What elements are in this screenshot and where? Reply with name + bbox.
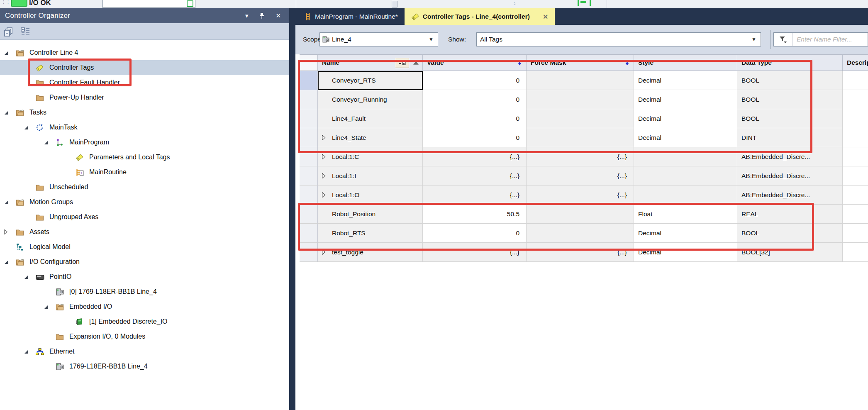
tab-controller-tags-line-4-controller[interactable]: Controller Tags - Line_4(controller)✕ bbox=[405, 8, 555, 25]
tag-data-type-cell[interactable]: BOOL bbox=[737, 90, 843, 109]
tag-name-cell[interactable]: Robot_Position bbox=[318, 205, 423, 224]
tag-style-cell[interactable] bbox=[634, 147, 737, 166]
tag-name-cell[interactable]: Local:1:C bbox=[318, 147, 423, 166]
tree-item-parameters-and-local-tags[interactable]: Parameters and Local Tags bbox=[0, 150, 289, 165]
expand-icon[interactable] bbox=[322, 192, 326, 198]
tag-description-cell[interactable] bbox=[843, 205, 868, 224]
tree-item-tasks[interactable]: Tasks bbox=[0, 105, 289, 120]
tag-name-cell[interactable]: Local:1:I bbox=[318, 166, 423, 185]
tag-description-cell[interactable] bbox=[843, 166, 868, 185]
row-selector[interactable] bbox=[300, 166, 318, 185]
row-selector[interactable] bbox=[300, 147, 318, 166]
expand-icon[interactable] bbox=[322, 249, 326, 255]
tag-description-cell[interactable] bbox=[843, 243, 868, 262]
tag-data-type-cell[interactable]: BOOL bbox=[737, 71, 843, 90]
tree-item-mainroutine[interactable]: 1MainRoutine bbox=[0, 165, 289, 180]
tag-data-type-cell[interactable]: AB:Embedded_Discre... bbox=[737, 185, 843, 205]
tag-style-cell[interactable]: Decimal bbox=[634, 90, 737, 109]
column-header-value[interactable]: Value bbox=[423, 55, 527, 71]
tag-name-cell[interactable]: Robot_RTS bbox=[318, 224, 423, 243]
expanded-arrow-icon[interactable] bbox=[44, 140, 56, 145]
column-header-description[interactable]: Description bbox=[843, 55, 868, 71]
tag-force-mask-cell[interactable]: {...} bbox=[527, 166, 634, 185]
forces-icon[interactable] bbox=[578, 0, 591, 6]
tag-value-cell[interactable]: 0 bbox=[423, 90, 527, 109]
tree-item-assets[interactable]: Assets bbox=[0, 225, 289, 239]
tag-data-type-cell[interactable]: AB:Embedded_Discre... bbox=[737, 147, 843, 166]
tag-data-type-cell[interactable]: BOOL[32] bbox=[737, 243, 843, 262]
tag-name-cell[interactable]: Local:1:O bbox=[318, 185, 423, 205]
pin-icon[interactable] bbox=[259, 12, 265, 19]
tag-name-cell[interactable]: Conveyor_RTS bbox=[318, 71, 423, 90]
expanded-arrow-icon[interactable] bbox=[4, 260, 16, 264]
tag-style-cell[interactable]: Decimal bbox=[634, 71, 737, 90]
toolbar-mini-icon[interactable] bbox=[392, 1, 397, 7]
collapse-all-icon[interactable] bbox=[3, 26, 14, 37]
tag-style-cell[interactable] bbox=[634, 166, 737, 185]
column-header-name[interactable]: Name bbox=[318, 55, 423, 71]
tag-value-cell[interactable]: 0 bbox=[423, 224, 527, 243]
tag-style-cell[interactable]: Float bbox=[634, 205, 737, 224]
show-combobox[interactable]: All Tags ▼ bbox=[476, 32, 761, 46]
tag-force-mask-cell[interactable]: {...} bbox=[527, 243, 634, 262]
tree-item-i-o-configuration[interactable]: I/O Configuration bbox=[0, 254, 289, 269]
row-selector[interactable] bbox=[300, 71, 318, 90]
tree-item-maintask[interactable]: MainTask bbox=[0, 120, 289, 135]
tag-value-cell[interactable]: {...} bbox=[423, 166, 527, 185]
tag-data-type-cell[interactable]: BOOL bbox=[737, 224, 843, 243]
tree-item-mainprogram[interactable]: MainProgram bbox=[0, 135, 289, 150]
tag-value-cell[interactable]: 0 bbox=[423, 128, 527, 147]
expanded-arrow-icon[interactable] bbox=[24, 349, 36, 354]
panel-menu-dropdown-icon[interactable]: ▾ bbox=[245, 12, 249, 20]
collapsed-arrow-icon[interactable] bbox=[4, 229, 16, 234]
tag-value-cell[interactable]: {...} bbox=[423, 147, 527, 166]
expand-icon[interactable] bbox=[322, 154, 326, 159]
toolbar-grip-icon[interactable]: ⋮⋮ bbox=[1, 1, 4, 7]
expanded-arrow-icon[interactable] bbox=[4, 200, 16, 205]
tag-force-mask-cell[interactable] bbox=[527, 205, 634, 224]
tag-force-mask-cell[interactable] bbox=[527, 109, 634, 128]
tag-description-cell[interactable] bbox=[843, 185, 868, 205]
filter-funnel-icon[interactable] bbox=[774, 33, 792, 46]
expanded-arrow-icon[interactable] bbox=[44, 305, 56, 309]
expand-icon[interactable] bbox=[322, 173, 326, 178]
toolbar-combo-field[interactable] bbox=[102, 0, 195, 8]
tag-description-cell[interactable] bbox=[843, 90, 868, 109]
expanded-arrow-icon[interactable] bbox=[4, 51, 16, 55]
tree-item-power-up-handler[interactable]: Power-Up Handler bbox=[0, 90, 289, 105]
tag-description-cell[interactable] bbox=[843, 224, 868, 243]
row-selector[interactable] bbox=[300, 205, 318, 224]
tag-data-type-cell[interactable]: DINT bbox=[737, 128, 843, 147]
tree-item-1-embedded-discrete-io[interactable]: [1] Embedded Discrete_IO bbox=[0, 314, 289, 329]
expanded-arrow-icon[interactable] bbox=[24, 125, 36, 130]
tree-item-motion-groups[interactable]: Motion Groups bbox=[0, 195, 289, 210]
tag-value-cell[interactable]: {...} bbox=[423, 243, 527, 262]
row-selector[interactable] bbox=[300, 224, 318, 243]
tag-name-cell[interactable]: Conveyor_Running bbox=[318, 90, 423, 109]
tag-data-type-cell[interactable]: BOOL bbox=[737, 109, 843, 128]
tag-style-cell[interactable]: Decimal bbox=[634, 128, 737, 147]
expanded-arrow-icon[interactable] bbox=[24, 275, 36, 279]
row-selector[interactable] bbox=[300, 128, 318, 147]
tree-item-controller-tags[interactable]: Controller Tags bbox=[0, 60, 289, 75]
tag-style-cell[interactable] bbox=[634, 185, 737, 205]
expanded-arrow-icon[interactable] bbox=[4, 110, 16, 115]
column-header-data-type[interactable]: Data Type bbox=[737, 55, 843, 71]
tag-description-cell[interactable] bbox=[843, 71, 868, 90]
tree-item-unscheduled[interactable]: Unscheduled bbox=[0, 180, 289, 195]
tree-item-logical-model[interactable]: Logical Model bbox=[0, 239, 289, 254]
tree-item-pointio[interactable]: PointIO bbox=[0, 269, 289, 284]
column-header-force-mask[interactable]: Force Mask bbox=[527, 55, 634, 71]
tag-name-cell[interactable]: test_toggle bbox=[318, 243, 423, 262]
properties-list-icon[interactable] bbox=[20, 26, 31, 37]
tag-description-cell[interactable] bbox=[843, 147, 868, 166]
tag-value-cell[interactable]: 50.5 bbox=[423, 205, 527, 224]
chevron-down-icon[interactable]: ▼ bbox=[751, 37, 756, 42]
row-selector[interactable] bbox=[300, 185, 318, 205]
tag-style-cell[interactable]: Decimal bbox=[634, 243, 737, 262]
scope-combobox[interactable]: Line_4 ▼ bbox=[319, 32, 438, 46]
tab-mainprogram-mainroutine[interactable]: MainProgram - MainRoutine* bbox=[298, 8, 405, 25]
tree-item-0-1769-l18er-bb1b-line-4[interactable]: [0] 1769-L18ER-BB1B Line_4 bbox=[0, 284, 289, 299]
tree-item-controller-line-4[interactable]: Controller Line 4 bbox=[0, 45, 289, 60]
tag-value-cell[interactable]: 0 bbox=[423, 71, 527, 90]
